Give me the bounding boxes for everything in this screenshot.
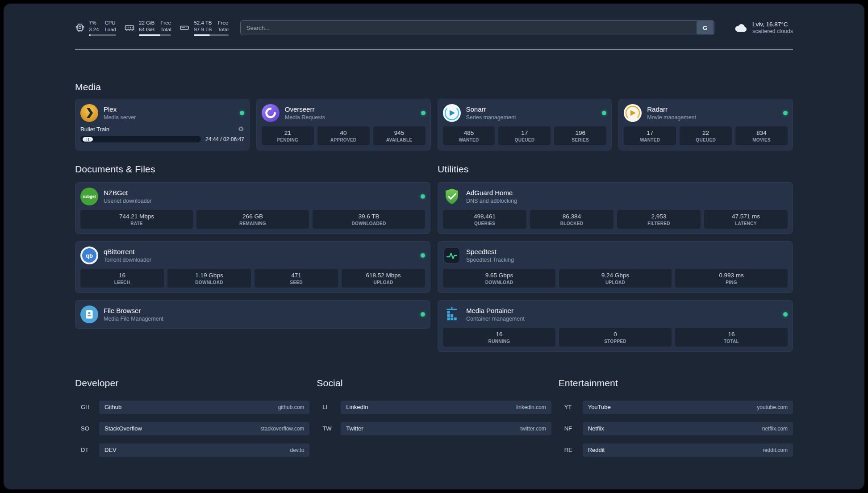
now-playing-row: Bullet Train ⚙ — [80, 126, 244, 133]
stat-label: TOTAL — [676, 339, 787, 344]
stat-value: 9.24 Gbps — [560, 272, 671, 280]
service-card-sonarr[interactable]: Sonarr Series management 485 WANTED 17 Q… — [438, 99, 612, 150]
stat-value: 47.571 ms — [705, 213, 787, 221]
service-name: NZBGet — [104, 189, 152, 197]
stat-value: 266 GB — [197, 213, 308, 221]
stats-row: 16 LEECH 1.19 Gbps DOWNLOAD 471 SEED — [80, 269, 425, 288]
bookmark-name: Netflix — [588, 425, 604, 432]
service-card-adguard[interactable]: AdGuard Home DNS and adblocking 498,461 … — [438, 182, 793, 234]
memory-widget: 22 GiB 64 GiB Free Total — [124, 20, 171, 36]
stat-label: UPLOAD — [560, 280, 671, 285]
bookmark-name: StackOverflow — [104, 425, 142, 432]
weather-condition: scattered clouds — [752, 28, 793, 34]
memory-usage-bar — [139, 34, 171, 36]
plex-icon — [80, 104, 98, 122]
service-card-filebrowser[interactable]: File Browser Media File Management — [75, 300, 430, 329]
bookmark-twitter[interactable]: TW Twitter twitter.com — [317, 422, 551, 435]
disk-usage-bar — [194, 34, 228, 36]
bookmark-group-developer: Developer GH Github github.com SO StackO… — [75, 378, 309, 457]
service-name: Overseerr — [285, 105, 325, 113]
stat-label: RUNNING — [444, 339, 555, 344]
overseerr-icon — [262, 104, 280, 122]
service-card-overseerr[interactable]: Overseerr Media Requests 21 PENDING 40 A… — [256, 99, 431, 150]
status-dot — [783, 312, 788, 317]
stat-value: 86,384 — [531, 213, 613, 221]
cpu-widget-body: 7% 3.24 CPU Load — [89, 20, 116, 36]
nzbget-icon: nzbget — [80, 188, 98, 205]
disk-widget-body: 52.4 TB 97.9 TB Free Total — [194, 20, 228, 36]
weather-location: Lviv, 16.87°C — [752, 21, 793, 28]
section-title-media: Media — [75, 82, 793, 92]
radarr-icon — [624, 104, 642, 122]
stat-label: PING — [676, 280, 787, 285]
search-input[interactable] — [240, 20, 714, 35]
memory-icon — [124, 22, 135, 33]
stat-series: 196 SERIES — [554, 126, 606, 145]
service-card-portainer[interactable]: Media Portainer Container management 16 … — [438, 300, 793, 352]
service-name: qBittorrent — [104, 248, 151, 256]
bookmark-linkedin[interactable]: LI LinkedIn linkedin.com — [317, 401, 551, 414]
stat-value: 945 — [374, 130, 425, 137]
stats-row: 498,461 QUERIES 86,384 BLOCKED 2,953 FIL… — [443, 210, 788, 229]
service-card-qbittorrent[interactable]: qb qBittorrent Torrent downloader 16 — [75, 241, 430, 293]
stat-label: SERIES — [555, 138, 605, 142]
bookmark-group-title: Social — [317, 378, 551, 389]
stat-blocked: 86,384 BLOCKED — [530, 210, 613, 229]
service-description: Media File Management — [104, 316, 163, 322]
radarr-card-header: Radarr Movie management — [624, 104, 788, 122]
service-name: Plex — [104, 105, 136, 113]
bookmark-youtube[interactable]: YT YouTube youtube.com — [559, 401, 793, 414]
gear-icon[interactable]: ⚙ — [238, 126, 244, 133]
bookmark-url: stackoverflow.com — [260, 426, 304, 432]
bookmark-body: Twitter twitter.com — [341, 422, 551, 435]
service-description: Media Requests — [285, 114, 325, 121]
main-content: Media Plex Media server — [4, 82, 864, 473]
status-dot — [421, 253, 425, 258]
stat-label: AVAILABLE — [374, 138, 425, 142]
seek-bar[interactable] — [80, 136, 201, 142]
bookmark-abbr: NF — [559, 425, 583, 432]
stat-stopped: 0 STOPPED — [559, 328, 672, 347]
search-provider-button[interactable]: G — [697, 21, 714, 34]
stat-label: LATENCY — [705, 221, 787, 226]
stat-label: SEED — [255, 280, 337, 285]
service-card-nzbget[interactable]: nzbget NZBGet Usenet downloader 744.21 M… — [75, 182, 430, 234]
stat-value: 0 — [560, 331, 671, 338]
nzbget-titles: NZBGet Usenet downloader — [104, 189, 152, 204]
bookmark-github[interactable]: GH Github github.com — [75, 401, 309, 414]
search-bar: G — [240, 20, 714, 35]
filebrowser-icon — [80, 305, 98, 323]
bookmark-netflix[interactable]: NF Netflix netflix.com — [559, 422, 793, 435]
nzbget-card-header: nzbget NZBGet Usenet downloader — [80, 188, 425, 205]
bookmark-stackoverflow[interactable]: SO StackOverflow stackoverflow.com — [75, 422, 309, 435]
bookmark-url: netflix.com — [762, 426, 788, 432]
bookmark-url: github.com — [278, 404, 305, 410]
stat-queries: 498,461 QUERIES — [443, 210, 526, 229]
bookmark-url: linkedin.com — [516, 404, 546, 410]
pause-button[interactable] — [83, 137, 93, 142]
service-card-speedtest[interactable]: Speedtest Speedtest Tracking 9.65 Gbps D… — [438, 241, 793, 293]
stat-ping: 0.993 ms PING — [675, 269, 788, 288]
stat-value: 17 — [625, 130, 675, 137]
service-card-plex[interactable]: Plex Media server Bullet Train ⚙ — [75, 99, 250, 150]
qbittorrent-titles: qBittorrent Torrent downloader — [104, 248, 151, 263]
bookmark-list: GH Github github.com SO StackOverflow st… — [75, 401, 309, 457]
stat-value: 1.19 Gbps — [168, 272, 250, 280]
stat-downloaded: 39.6 TB DOWNLOADED — [313, 210, 425, 229]
stat-filtered: 2,953 FILTERED — [617, 210, 701, 229]
service-description: Torrent downloader — [104, 257, 151, 263]
bookmark-reddit[interactable]: RE Reddit reddit.com — [559, 443, 793, 457]
disk-icon — [179, 22, 190, 33]
bookmark-group-entertainment: Entertainment YT YouTube youtube.com NF … — [559, 378, 793, 457]
section-media: Media Plex Media server — [75, 82, 793, 150]
stat-total: 16 TOTAL — [675, 328, 788, 347]
portainer-card-header: Media Portainer Container management — [443, 305, 788, 323]
bookmark-list: YT YouTube youtube.com NF Netflix netfli… — [559, 401, 793, 457]
stat-value: 40 — [318, 130, 369, 137]
bookmark-dev[interactable]: DT DEV dev.to — [75, 443, 309, 457]
service-card-radarr[interactable]: Radarr Movie management 17 WANTED 22 QUE… — [618, 99, 793, 150]
stat-label: REMAINING — [197, 221, 308, 226]
bookmark-url: twitter.com — [520, 426, 546, 432]
stat-label: FILTERED — [618, 221, 700, 226]
service-description: Media server — [104, 114, 136, 121]
